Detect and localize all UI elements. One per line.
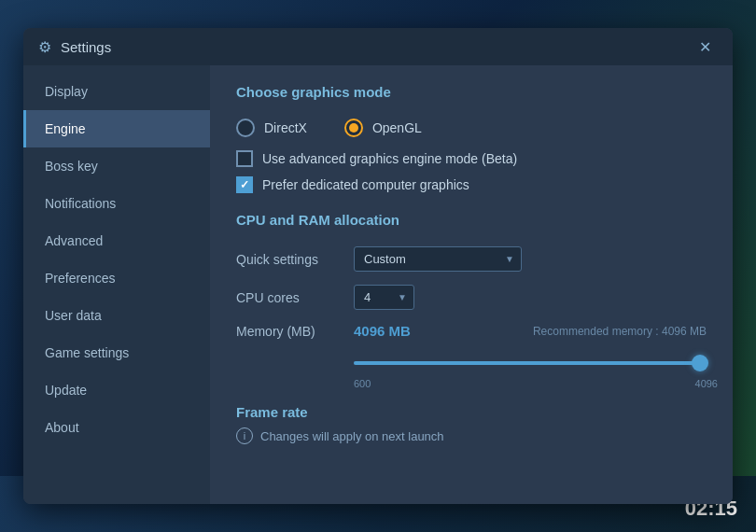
dedicated-graphics-row: ✓ Prefer dedicated computer graphics — [236, 176, 707, 193]
sidebar-item-preferences[interactable]: Preferences — [23, 259, 210, 297]
sidebar-item-display[interactable]: Display — [23, 73, 210, 110]
settings-icon: ⚙ — [38, 38, 51, 56]
slider-min-label: 600 — [354, 378, 371, 389]
cpu-ram-section: CPU and RAM allocation Quick settings Cu… — [236, 212, 707, 389]
advanced-graphics-row: Use advanced graphics engine mode (Beta) — [236, 150, 707, 167]
dedicated-graphics-label: Prefer dedicated computer graphics — [262, 177, 469, 192]
recommended-memory-text: Recommended memory : 4096 MB — [533, 325, 707, 338]
memory-slider-thumb[interactable] — [692, 355, 708, 371]
sidebar: Display Engine Boss key Notifications Ad… — [23, 65, 210, 504]
title-bar: ⚙ Settings ✕ — [23, 28, 733, 65]
advanced-graphics-checkbox[interactable] — [236, 150, 253, 167]
content-area: Display Engine Boss key Notifications Ad… — [23, 65, 733, 504]
settings-dialog: ⚙ Settings ✕ Display Engine Boss key Not… — [23, 28, 733, 504]
info-row: i Changes will apply on next launch — [236, 427, 707, 444]
sidebar-item-game-settings[interactable]: Game settings — [23, 334, 210, 371]
graphics-section-title: Choose graphics mode — [236, 84, 707, 104]
opengl-label: OpenGL — [372, 120, 422, 135]
directx-label: DirectX — [264, 120, 307, 135]
sidebar-item-engine[interactable]: Engine — [23, 110, 210, 147]
close-button[interactable]: ✕ — [692, 34, 718, 60]
sidebar-item-update[interactable]: Update — [23, 371, 210, 409]
opengl-radio[interactable] — [344, 119, 363, 137]
dialog-title: Settings — [61, 39, 692, 55]
sidebar-item-user-data[interactable]: User data — [23, 297, 210, 334]
cpu-cores-select[interactable]: 1 2 4 8 — [354, 285, 414, 310]
dedicated-graphics-checkbox[interactable]: ✓ — [236, 176, 253, 193]
slider-max-label: 4096 — [695, 378, 718, 389]
opengl-option[interactable]: OpenGL — [344, 119, 422, 137]
slider-labels: 600 4096 — [354, 378, 718, 389]
memory-slider-container — [354, 352, 707, 374]
cpu-ram-title: CPU and RAM allocation — [236, 212, 707, 231]
advanced-graphics-label: Use advanced graphics engine mode (Beta) — [262, 151, 517, 166]
sidebar-item-notifications[interactable]: Notifications — [23, 185, 210, 222]
quick-settings-row: Quick settings Custom Low Medium High ▼ — [236, 246, 707, 272]
memory-slider-fill — [354, 361, 707, 365]
directx-radio[interactable] — [236, 119, 255, 137]
graphics-mode-group: DirectX OpenGL — [236, 119, 707, 137]
opengl-radio-fill — [349, 123, 358, 133]
main-panel: Choose graphics mode DirectX OpenGL Use … — [210, 65, 733, 504]
memory-row: Memory (MB) 4096 MB Recommended memory :… — [236, 323, 707, 339]
sidebar-item-advanced[interactable]: Advanced — [23, 222, 210, 259]
info-text: Changes will apply on next launch — [260, 429, 444, 443]
quick-settings-select[interactable]: Custom Low Medium High — [354, 246, 522, 272]
cpu-cores-label: CPU cores — [236, 290, 339, 305]
info-icon: i — [236, 427, 253, 444]
sidebar-item-boss-key[interactable]: Boss key — [23, 147, 210, 185]
frame-rate-title: Frame rate — [236, 404, 707, 420]
memory-value: 4096 MB — [354, 323, 411, 339]
quick-settings-select-wrapper: Custom Low Medium High ▼ — [354, 246, 522, 272]
cpu-cores-select-wrapper: 1 2 4 8 ▼ — [354, 285, 414, 310]
sidebar-item-about[interactable]: About — [23, 409, 210, 446]
checkmark-icon: ✓ — [240, 178, 249, 191]
quick-settings-label: Quick settings — [236, 252, 339, 267]
memory-label: Memory (MB) — [236, 324, 339, 339]
cpu-cores-row: CPU cores 1 2 4 8 ▼ — [236, 285, 707, 310]
directx-option[interactable]: DirectX — [236, 119, 307, 137]
memory-slider-track[interactable] — [354, 361, 707, 365]
